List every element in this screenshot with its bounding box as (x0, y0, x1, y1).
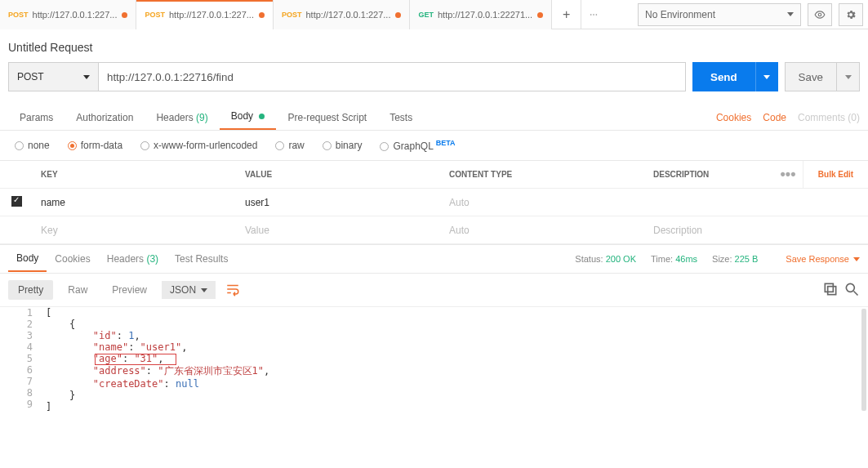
radio-icon (15, 141, 24, 150)
response-body[interactable]: 123456789 [ { "id": 1, "name": "user1", … (0, 307, 868, 412)
url-input[interactable] (98, 62, 686, 91)
method-select[interactable]: POST (8, 62, 98, 91)
environment-select[interactable]: No Environment (638, 3, 801, 26)
request-tabs: Params Authorization Headers (9) Body Pr… (0, 101, 868, 131)
kv-row-empty: Key Value Auto Description (0, 216, 868, 244)
copy-icon (822, 281, 839, 297)
bulk-edit-button[interactable]: Bulk Edit (803, 161, 868, 188)
radio-icon (323, 141, 332, 150)
view-preview-button[interactable]: Preview (102, 280, 157, 300)
request-tab-1[interactable]: POST http://127.0.0.1:227... (136, 0, 273, 29)
method-badge: GET (418, 11, 434, 19)
format-select[interactable]: JSON (162, 281, 216, 299)
bodytype-formdata[interactable]: form-data (68, 140, 122, 151)
scrollbar[interactable] (861, 309, 866, 411)
method-value: POST (17, 71, 44, 82)
resp-tab-tests[interactable]: Test Results (167, 247, 236, 271)
unsaved-dot-icon (259, 12, 265, 18)
send-button[interactable]: Send (692, 62, 755, 91)
resp-tab-body[interactable]: Body (8, 246, 47, 272)
tab-label: http://127.0.0.1:22271... (438, 10, 532, 20)
tab-headers[interactable]: Headers (9) (145, 105, 219, 130)
response-status: Status: 200 OK Time: 46ms Size: 225 B Sa… (575, 254, 860, 264)
save-button[interactable]: Save (785, 62, 837, 91)
resp-tab-cookies[interactable]: Cookies (47, 247, 98, 271)
method-badge: POST (282, 11, 302, 19)
save-response-button[interactable]: Save Response (786, 254, 860, 264)
comments-link[interactable]: Comments (0) (798, 112, 860, 123)
tab-body-label: Body (231, 110, 253, 122)
highlight-box (95, 354, 176, 365)
method-badge: POST (8, 11, 29, 19)
bodytype-none[interactable]: none (15, 140, 50, 151)
empty-desc-input[interactable]: Description (645, 225, 868, 236)
resp-tab-headers[interactable]: Headers (3) (99, 247, 167, 271)
empty-value-input[interactable]: Value (237, 225, 441, 236)
col-value: VALUE (237, 170, 441, 179)
unsaved-dot-icon (122, 12, 127, 18)
resp-headers-count: (3) (146, 253, 158, 265)
col-key: KEY (33, 170, 237, 179)
settings-button[interactable] (839, 3, 863, 26)
bodytype-raw[interactable]: raw (275, 140, 304, 151)
line-gutter: 123456789 (0, 307, 41, 412)
search-response-button[interactable] (844, 281, 860, 300)
row-key-input[interactable]: name (33, 197, 237, 208)
view-pretty-button[interactable]: Pretty (8, 280, 53, 300)
request-tab-2[interactable]: POST http://127.0.0.1:227... (274, 0, 410, 29)
save-options-button[interactable] (837, 62, 860, 91)
size-value: 225 B (735, 254, 759, 264)
beta-badge: BETA (436, 139, 456, 147)
svg-line-7 (854, 291, 858, 295)
copy-button[interactable] (822, 281, 839, 300)
unsaved-dot-icon (537, 12, 543, 18)
chevron-down-icon (83, 75, 90, 79)
radio-icon (275, 141, 284, 150)
columns-options-button[interactable]: ••• (773, 166, 803, 183)
tabs-strip: POST http://127.0.0.1:227... POST http:/… (0, 0, 633, 29)
bodytype-graphql[interactable]: GraphQL BETA (380, 139, 455, 152)
bodytype-xwww[interactable]: x-www-form-urlencoded (140, 140, 257, 151)
wrap-lines-button[interactable] (225, 282, 240, 299)
add-tab-button[interactable]: + (552, 0, 581, 29)
bodytype-binary[interactable]: binary (323, 140, 363, 151)
quick-look-button[interactable] (808, 3, 832, 26)
tab-params[interactable]: Params (8, 105, 65, 130)
method-badge: POST (145, 11, 165, 19)
row-type-input[interactable]: Auto (441, 197, 645, 208)
empty-type-input[interactable]: Auto (441, 225, 645, 236)
url-row: POST Send Save (0, 62, 868, 101)
chevron-down-icon (763, 75, 770, 79)
time-value: 46ms (675, 254, 697, 264)
tab-authorization[interactable]: Authorization (65, 105, 145, 130)
col-desc: DESCRIPTION (645, 170, 773, 179)
chevron-down-icon (853, 257, 860, 261)
code-link[interactable]: Code (763, 112, 786, 123)
kv-header: KEY VALUE CONTENT TYPE DESCRIPTION ••• B… (0, 161, 868, 189)
svg-point-6 (846, 283, 854, 292)
cookies-link[interactable]: Cookies (716, 112, 751, 123)
svg-point-1 (593, 14, 594, 16)
headers-count: (9) (196, 112, 208, 123)
row-checkbox[interactable] (11, 196, 22, 207)
svg-point-3 (818, 13, 821, 16)
gear-icon (845, 9, 857, 20)
tab-prerequest[interactable]: Pre-request Script (276, 105, 378, 130)
request-tab-0[interactable]: POST http://127.0.0.1:227... (0, 0, 136, 29)
send-options-button[interactable] (755, 62, 778, 91)
empty-key-input[interactable]: Key (33, 225, 237, 236)
tab-overflow-button[interactable] (581, 0, 606, 29)
response-tabs-row: Body Cookies Headers (3) Test Results St… (0, 244, 868, 274)
view-raw-button[interactable]: Raw (58, 280, 97, 300)
svg-point-0 (590, 14, 592, 16)
tab-tests[interactable]: Tests (378, 105, 424, 130)
top-bar: POST http://127.0.0.1:227... POST http:/… (0, 0, 868, 29)
tab-body[interactable]: Body (220, 104, 277, 130)
row-value-input[interactable]: user1 (237, 197, 441, 208)
body-type-row: none form-data x-www-form-urlencoded raw… (0, 131, 868, 160)
unsaved-dot-icon (395, 12, 401, 18)
environment-label: No Environment (645, 9, 715, 20)
svg-point-2 (596, 14, 598, 16)
request-tab-3[interactable]: GET http://127.0.0.1:22271... (410, 0, 552, 29)
tab-label: http://127.0.0.1:227... (305, 10, 390, 20)
